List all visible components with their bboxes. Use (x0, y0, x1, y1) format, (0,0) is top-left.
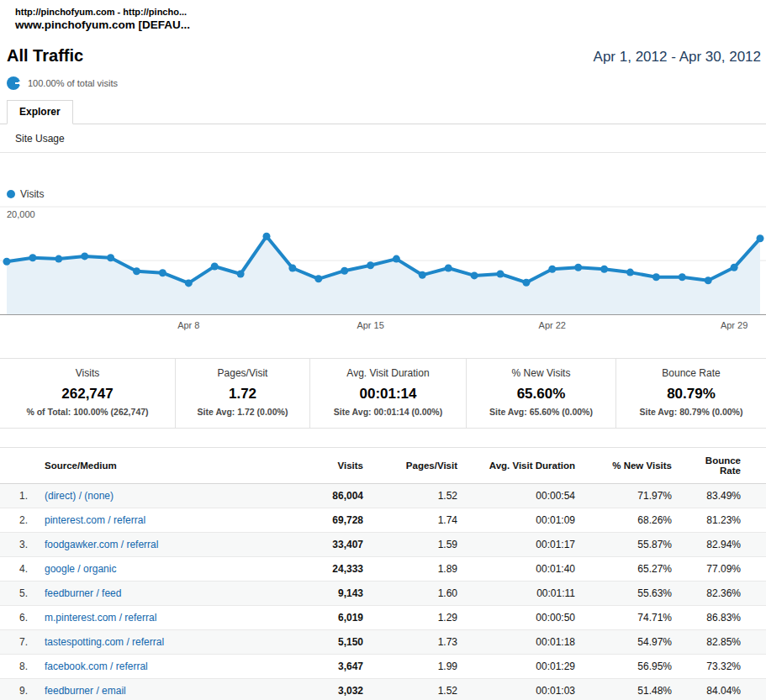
row-new-visits: 55.63% (582, 582, 679, 606)
metric-label: Pages/Visit (176, 367, 309, 379)
row-bounce-rate: 77.09% (679, 557, 766, 582)
row-new-visits: 74.71% (582, 606, 679, 630)
row-rank: 5. (0, 582, 38, 606)
row-new-visits: 56.95% (582, 655, 679, 679)
header-new-visits[interactable]: % New Visits (582, 448, 679, 484)
row-rank: 2. (0, 508, 38, 533)
row-pages-visit: 1.29 (370, 606, 464, 630)
source-medium-link[interactable]: tastespotting.com / referral (45, 636, 164, 648)
row-source-medium: feedburner / feed (38, 582, 320, 606)
header-avg-visit-duration[interactable]: Avg. Visit Duration (464, 448, 582, 484)
header-bounce-rate[interactable]: Bounce Rate (679, 448, 766, 484)
row-avg-duration: 00:01:18 (464, 630, 582, 655)
table-row: 5.feedburner / feed9,1431.6000:01:1155.6… (0, 582, 766, 606)
row-avg-duration: 00:00:50 (464, 606, 582, 630)
header-source-medium[interactable]: Source/Medium (38, 448, 320, 484)
svg-text:Apr 8: Apr 8 (177, 320, 199, 330)
metric-sub: % of Total: 100.00% (262,747) (0, 407, 175, 417)
tab-explorer[interactable]: Explorer (7, 100, 73, 124)
svg-text:Apr 29: Apr 29 (721, 320, 748, 330)
svg-text:Apr 15: Apr 15 (357, 320, 383, 330)
metric-sub: Site Avg: 00:01:14 (0.00%) (310, 407, 466, 417)
row-source-medium: tastespotting.com / referral (38, 630, 320, 655)
row-new-visits: 68.26% (582, 508, 679, 533)
source-medium-link[interactable]: foodgawker.com / referral (45, 539, 158, 550)
metric-value: 262,747 (0, 386, 175, 403)
row-avg-duration: 00:00:54 (464, 484, 582, 508)
visits-line-chart[interactable]: 20,00010,000Apr 8Apr 15Apr 22Apr 29 (0, 205, 766, 333)
row-avg-duration: 00:01:09 (464, 508, 582, 533)
report-title-row: All Traffic Apr 1, 2012 - Apr 30, 2012 (0, 46, 766, 66)
metric-value: 1.72 (176, 386, 309, 403)
table-row: 8.facebook.com / referral3,6471.9900:01:… (0, 655, 766, 679)
page-title: All Traffic (7, 46, 83, 66)
row-bounce-rate: 82.94% (679, 533, 766, 557)
row-rank: 9. (0, 679, 38, 700)
metric-value: 80.79% (616, 386, 766, 403)
row-rank: 3. (0, 533, 38, 557)
metric-sub: Site Avg: 65.60% (0.00%) (467, 407, 615, 417)
row-pages-visit: 1.52 (370, 679, 464, 700)
metric-avg-visit-duration: Avg. Visit Duration00:01:14Site Avg: 00:… (309, 359, 466, 428)
source-medium-link[interactable]: pinterest.com / referral (45, 514, 145, 526)
metric--new-visits: % New Visits65.60%Site Avg: 65.60% (0.00… (466, 359, 615, 428)
chart-legend: Visits (0, 188, 766, 200)
row-source-medium: google / organic (38, 557, 320, 582)
subtab-site-usage[interactable]: Site Usage (15, 133, 65, 145)
pie-chart-icon (7, 76, 20, 90)
row-bounce-rate: 86.83% (679, 606, 766, 630)
row-pages-visit: 1.59 (370, 533, 464, 557)
row-pages-visit: 1.74 (370, 508, 464, 533)
row-new-visits: 65.27% (582, 557, 679, 582)
row-visits: 86,004 (320, 484, 370, 508)
table-row: 7.tastespotting.com / referral5,1501.730… (0, 630, 766, 655)
table-header-row: Source/Medium Visits Pages/Visit Avg. Vi… (0, 448, 766, 484)
table-row: 6.m.pinterest.com / referral6,0191.2900:… (0, 606, 766, 630)
tab-strip: Explorer (0, 99, 766, 124)
metric-label: Bounce Rate (616, 367, 766, 379)
row-bounce-rate: 73.32% (679, 655, 766, 679)
row-rank: 4. (0, 557, 38, 582)
row-bounce-rate: 84.04% (679, 679, 766, 700)
row-avg-duration: 00:01:40 (464, 557, 582, 582)
source-medium-link[interactable]: m.pinterest.com / referral (45, 612, 156, 624)
row-rank: 1. (0, 484, 38, 508)
header-rank (0, 448, 38, 484)
header-visits[interactable]: Visits (320, 448, 370, 484)
source-medium-link[interactable]: facebook.com / referral (45, 661, 148, 672)
svg-text:Apr 22: Apr 22 (539, 320, 566, 330)
sources-table-wrap: Source/Medium Visits Pages/Visit Avg. Vi… (0, 447, 766, 700)
table-row: 1.(direct) / (none)86,0041.5200:00:5471.… (0, 484, 766, 508)
header-pages-visit[interactable]: Pages/Visit (370, 448, 464, 484)
row-source-medium: m.pinterest.com / referral (38, 606, 320, 630)
row-avg-duration: 00:01:17 (464, 533, 582, 557)
source-medium-link[interactable]: feedburner / email (45, 685, 126, 697)
row-source-medium: foodgawker.com / referral (38, 533, 320, 557)
legend-dot-icon (7, 190, 15, 198)
row-pages-visit: 1.60 (370, 582, 464, 606)
metric-value: 65.60% (467, 386, 615, 403)
row-pages-visit: 1.73 (370, 630, 464, 655)
row-visits: 6,019 (320, 606, 370, 630)
row-visits: 9,143 (320, 582, 370, 606)
source-medium-link[interactable]: google / organic (45, 563, 116, 575)
row-avg-duration: 00:01:29 (464, 655, 582, 679)
row-bounce-rate: 83.49% (679, 484, 766, 508)
profile-site-title: www.pinchofyum.com [DEFAU... (15, 18, 766, 31)
source-medium-link[interactable]: (direct) / (none) (45, 490, 114, 502)
metric-sub: Site Avg: 80.79% (0.00%) (616, 407, 766, 417)
row-visits: 69,728 (320, 508, 370, 533)
row-bounce-rate: 82.85% (679, 630, 766, 655)
table-row: 2.pinterest.com / referral69,7281.7400:0… (0, 508, 766, 533)
source-medium-link[interactable]: feedburner / feed (45, 587, 121, 599)
visits-share-label: 100.00% of total visits (28, 78, 118, 88)
profile-account-title: http://pinchofyum.com - http://pincho... (15, 7, 766, 17)
row-new-visits: 51.48% (582, 679, 679, 700)
date-range-selector[interactable]: Apr 1, 2012 - Apr 30, 2012 (594, 49, 761, 66)
row-new-visits: 55.87% (582, 533, 679, 557)
table-row: 9.feedburner / email3,0321.5200:01:0351.… (0, 679, 766, 700)
sources-table: Source/Medium Visits Pages/Visit Avg. Vi… (0, 447, 766, 700)
metric-pages-visit: Pages/Visit1.72Site Avg: 1.72 (0.00%) (175, 359, 309, 428)
row-new-visits: 54.97% (582, 630, 679, 655)
row-visits: 5,150 (320, 630, 370, 655)
